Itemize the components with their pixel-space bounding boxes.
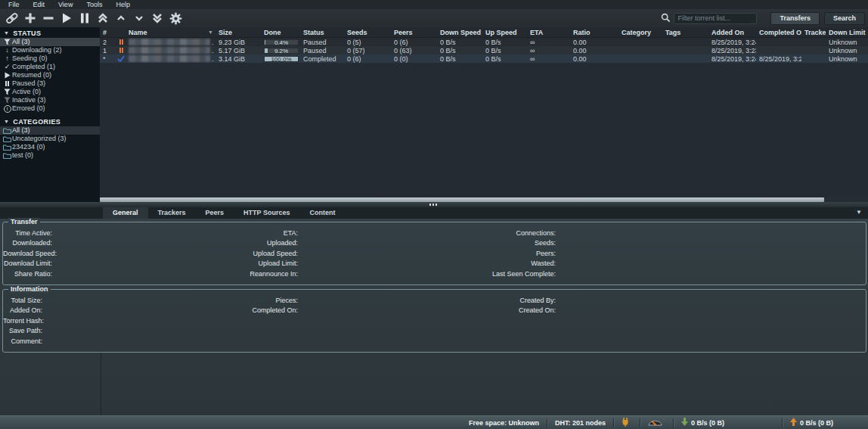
torrent-row[interactable]: 2 . 9.23 GiB 0.4% Paused 0 (5) 0 (6) 0 B… xyxy=(100,38,868,46)
torrent-row[interactable]: 1 . 5.17 GiB 9.2% Paused 0 (57) 0 (63) 0… xyxy=(100,46,868,54)
menu-file[interactable]: File xyxy=(2,0,26,9)
download-speed-status[interactable]: 0 B/s (0 B) xyxy=(681,418,724,427)
move-bottom-button[interactable] xyxy=(148,11,166,26)
tab-content[interactable]: Content xyxy=(299,207,345,219)
menu-tools[interactable]: Tools xyxy=(79,0,109,9)
completed-on-cell: 8/25/2019, 3:24... xyxy=(756,54,801,63)
search-tab-button[interactable]: Search xyxy=(824,12,865,25)
field-label: Time Active: xyxy=(3,228,52,238)
menu-help[interactable]: Help xyxy=(109,0,137,9)
column-header-status[interactable]: Status xyxy=(300,27,344,37)
add-torrent-button[interactable] xyxy=(21,11,39,26)
column-header-category[interactable]: Category xyxy=(618,27,662,37)
toolbar: Transfers Search xyxy=(0,9,868,27)
torrent-row[interactable]: * . 3.14 GiB 100.0% Completed 0 (6) 0 (0… xyxy=(100,54,868,63)
column-header-seeds[interactable]: Seeds xyxy=(344,27,391,37)
pause-button[interactable] xyxy=(76,11,94,26)
sidebar-divider-line xyxy=(101,353,101,415)
transfer-legend: Transfer xyxy=(8,218,40,226)
field-label: Created By: xyxy=(298,296,556,306)
sidebar-item-resumed[interactable]: Resumed (0) xyxy=(0,71,100,79)
sidebar-item-all-status[interactable]: All (3) xyxy=(0,38,100,46)
add-torrent-link-button[interactable] xyxy=(3,11,21,26)
sidebar-category-uncategorized[interactable]: Uncategorized (3) xyxy=(0,135,100,143)
eta-cell: ∞ xyxy=(527,54,570,63)
column-header-up-speed[interactable]: Up Speed xyxy=(482,27,527,37)
sidebar-item-label: Uncategorized (3) xyxy=(12,135,67,143)
sidebar-item-label: Resumed (0) xyxy=(12,71,51,79)
sidebar-item-active[interactable]: Active (0) xyxy=(0,88,100,96)
column-header-name[interactable]: Name ▼ xyxy=(126,27,215,37)
sidebar-item-label: test (0) xyxy=(12,151,33,160)
completed-on-cell xyxy=(756,38,801,46)
column-header-down-speed[interactable]: Down Speed xyxy=(437,27,482,37)
connection-status-button[interactable] xyxy=(622,418,632,428)
column-header-done[interactable]: Done xyxy=(261,27,300,37)
column-header-added-on[interactable]: Added On xyxy=(708,27,756,37)
folder-icon xyxy=(2,153,12,159)
progress-bar: 9.2% xyxy=(264,48,299,54)
error-icon: ! xyxy=(2,105,12,113)
column-header-completed-on[interactable]: Completed On xyxy=(756,27,801,37)
sidebar-item-inactive[interactable]: Inactive (3) xyxy=(0,96,100,104)
up-arrow-icon xyxy=(790,418,800,427)
information-labels-col1: Total Size: Added On: Torrent Hash: Save… xyxy=(3,296,42,347)
menu-edit[interactable]: Edit xyxy=(26,0,52,9)
sidebar-item-label: Downloading (2) xyxy=(12,46,62,54)
collapse-triangle-icon: ▼ xyxy=(4,117,9,126)
transfer-groupbox: Transfer Time Active: Downloaded: Downlo… xyxy=(2,222,866,285)
column-header-size[interactable]: Size xyxy=(215,27,261,37)
sidebar-category-all[interactable]: All (3) xyxy=(0,126,100,135)
sidebar-category-234234[interactable]: 234234 (0) xyxy=(0,143,100,151)
sidebar-item-errored[interactable]: ! Errored (0) xyxy=(0,104,100,113)
tab-general[interactable]: General xyxy=(103,207,148,219)
alt-speed-limits-button[interactable] xyxy=(648,418,665,427)
general-detail-panel: Transfer Time Active: Downloaded: Downlo… xyxy=(0,219,868,415)
tab-http-sources[interactable]: HTTP Sources xyxy=(234,207,299,219)
menu-view[interactable]: View xyxy=(51,0,79,9)
delete-torrent-button[interactable] xyxy=(39,11,57,26)
column-header-down-limit[interactable]: Down Limit xyxy=(826,27,868,37)
panel-collapse-icon[interactable]: ▼ xyxy=(856,209,862,216)
options-button[interactable] xyxy=(166,11,184,26)
tracker-cell xyxy=(801,38,826,46)
sidebar-item-downloading[interactable]: ↓ Downloading (2) xyxy=(0,46,100,54)
transfer-labels-col1: Time Active: Downloaded: Download Speed:… xyxy=(3,228,52,279)
column-header-ratio[interactable]: Ratio xyxy=(570,27,618,37)
ratio-cell: 0.00 xyxy=(570,38,618,46)
move-down-button[interactable] xyxy=(130,11,148,26)
categories-section-header[interactable]: ▼ CATEGORIES xyxy=(0,117,100,126)
resume-button[interactable] xyxy=(57,11,76,26)
transfers-tab-button[interactable]: Transfers xyxy=(770,12,820,25)
sidebar-item-label: 234234 (0) xyxy=(12,143,45,151)
column-header-number[interactable]: # xyxy=(100,27,126,37)
column-header-peers[interactable]: Peers xyxy=(391,27,437,37)
done-cell: 9.2% xyxy=(261,46,300,54)
panel-splitter[interactable] xyxy=(0,202,868,207)
peers-cell: 0 (6) xyxy=(391,38,437,46)
move-up-button[interactable] xyxy=(112,11,130,26)
sidebar: ▼ STATUS All (3) ↓ Downloading (2) ↑ See… xyxy=(0,27,100,202)
sidebar-item-completed[interactable]: ✓ Completed (1) xyxy=(0,63,100,71)
seeds-cell: 0 (6) xyxy=(344,54,391,63)
move-top-button[interactable] xyxy=(94,11,112,26)
pause-icon xyxy=(2,81,12,86)
tags-cell xyxy=(662,54,708,63)
column-header-tracker[interactable]: Tracker xyxy=(801,27,826,37)
filter-dim-icon xyxy=(2,97,12,104)
sidebar-item-seeding[interactable]: ↑ Seeding (0) xyxy=(0,54,100,63)
ratio-cell: 0.00 xyxy=(570,54,618,63)
column-header-eta[interactable]: ETA xyxy=(527,27,570,37)
tab-peers[interactable]: Peers xyxy=(196,207,234,219)
field-label: ETA: xyxy=(52,228,298,238)
column-header-tags[interactable]: Tags xyxy=(662,27,708,37)
field-label: Peers: xyxy=(298,249,556,259)
size-cell: 9.23 GiB xyxy=(215,38,261,46)
sidebar-category-test[interactable]: test (0) xyxy=(0,151,100,160)
tab-trackers[interactable]: Trackers xyxy=(148,207,196,219)
sidebar-item-label: Active (0) xyxy=(12,88,41,96)
upload-speed-status[interactable]: 0 B/s (0 B) xyxy=(790,418,833,427)
status-section-header[interactable]: ▼ STATUS xyxy=(0,29,100,38)
filter-torrent-input[interactable] xyxy=(674,13,757,24)
sidebar-item-paused[interactable]: Paused (3) xyxy=(0,79,100,88)
